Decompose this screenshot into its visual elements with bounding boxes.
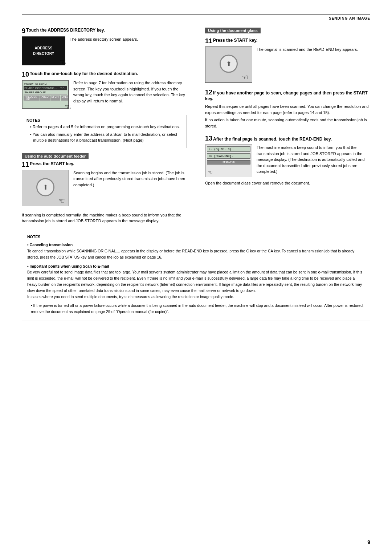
- step-12-text: Repeat this sequence until all pages hav…: [205, 104, 370, 129]
- auto-feeder-label: Using the auto document feeder: [22, 153, 89, 159]
- read-end-button[interactable]: READ-END: [207, 160, 250, 165]
- canceling-text: To cancel transmission while SCANNING OR…: [27, 249, 354, 259]
- step-10-text: Refer to page 7 for information on using…: [73, 80, 187, 104]
- header-title: SENDING AN IMAGE: [329, 16, 370, 20]
- header: SENDING AN IMAGE: [22, 15, 370, 20]
- scanner-circle-b: ⬆: [220, 55, 238, 73]
- step-12-heading: 12If you have another page to scan, chan…: [205, 89, 370, 101]
- step-12: 12If you have another page to scan, chan…: [205, 89, 370, 129]
- step-11b-image: ⬆ ☜: [205, 46, 252, 83]
- doc-glass-label: Using the document glass: [205, 28, 261, 33]
- hand-icon: ☜: [60, 57, 67, 67]
- read-end-display-line1: L. (Pg.No. 3): [207, 146, 250, 152]
- email-text-p1: Be very careful not to send image data f…: [27, 270, 362, 292]
- step-9-text: The address directory screen appears.: [70, 36, 187, 42]
- step-11b: 11 Press the START key. ⬆ ☜: [205, 38, 370, 83]
- notes-1-title: NOTES: [26, 118, 182, 122]
- hand-icon-read-end: ☜: [208, 168, 212, 176]
- left-column: 9 Touch the ADDRESS DIRECTORY key. ADDRE…: [22, 28, 191, 224]
- notes-1-item-1: ▪ Refer to pages 4 and 5 for information…: [30, 124, 182, 130]
- step-11a: 11 Press the START key. ⬆ ☜: [22, 161, 187, 206]
- page-number: 9: [367, 539, 370, 545]
- step-9: 9 Touch the ADDRESS DIRECTORY key. ADDRE…: [22, 28, 187, 65]
- lcd-display: READY TO SEND. SHARP CORPORATIO... T.F.I…: [22, 80, 69, 109]
- step-9-content: ADDRESS DIRECTORY ☜ The address director…: [22, 36, 187, 65]
- scanner-device-b: ⬆ ☜: [205, 46, 252, 83]
- step-10: 10 Touch the one-touch key for the desir…: [22, 71, 187, 109]
- step-10-title: Touch the one-touch key for the desired …: [30, 71, 138, 77]
- step-10-image: READY TO SEND. SHARP CORPORATIO... T.F.I…: [22, 80, 69, 109]
- scanner-circle: ⬆: [36, 178, 54, 196]
- section-auto-feeder: Using the auto document feeder: [22, 153, 187, 161]
- step-13-heading: 13After the final page is scanned, touch…: [205, 135, 370, 142]
- step-11b-content: ⬆ ☜ The original is scanned and the READ…: [205, 46, 370, 83]
- step-13-image: L. (Pg.No. 3) SS [READ-END]. READ-END ☜: [205, 145, 252, 177]
- step-13-note: Open the document glass cover and remove…: [205, 180, 370, 186]
- step-12-number: 12: [205, 89, 212, 96]
- right-column: Using the document glass 11 Press the ST…: [201, 28, 370, 224]
- scanner-device: ⬆ ☜: [22, 170, 69, 206]
- lcd-row-corp2: SHARP GROUP: [24, 90, 67, 95]
- power-section: • If the power is turned off or a power …: [31, 303, 365, 315]
- start-key-arrow-b: ⬆: [226, 60, 232, 68]
- main-content: 9 Touch the ADDRESS DIRECTORY key. ADDRE…: [22, 28, 370, 224]
- step-13: 13After the final page is scanned, touch…: [205, 135, 370, 186]
- bottom-notes-title: NOTES: [27, 234, 365, 240]
- email-section: • Important points when using Scan to E-…: [27, 263, 365, 300]
- start-key-arrow: ⬆: [43, 183, 48, 191]
- address-directory-device: ADDRESS DIRECTORY ☜: [22, 36, 65, 65]
- step-11a-heading: 11 Press the START key.: [22, 161, 187, 168]
- bottom-notes: NOTES • Canceling transmission To cancel…: [22, 230, 370, 321]
- step-9-image: ADDRESS DIRECTORY ☜: [22, 36, 65, 65]
- lcd-row-corp1: SHARP CORPORATIO... T.F.I.: [24, 86, 67, 90]
- notes-1-item-2: ▪ You can also manually enter the addres…: [30, 131, 182, 143]
- step-10-content: READY TO SEND. SHARP CORPORATIO... T.F.I…: [22, 80, 187, 109]
- email-text-p2: In cases where you need to send multiple…: [27, 295, 234, 299]
- email-title: • Important points when using Scan to E-…: [27, 264, 109, 268]
- step-9-title: Touch the ADDRESS DIRECTORY key.: [26, 28, 105, 33]
- step-13-content: L. (Pg.No. 3) SS [READ-END]. READ-END ☜ …: [205, 145, 370, 177]
- canceling-title: • Canceling transmission: [27, 243, 73, 247]
- step-13-number: 13: [205, 135, 212, 142]
- step-11b-title: Press the START key.: [213, 38, 257, 44]
- step-11b-text: The original is scanned and the READ-END…: [257, 46, 370, 53]
- step-11a-number: 11: [22, 161, 29, 168]
- step-11a-image: ⬆ ☜: [22, 170, 69, 206]
- read-end-device: L. (Pg.No. 3) SS [READ-END]. READ-END ☜: [205, 145, 252, 177]
- read-end-display-line2: SS [READ-END].: [207, 153, 250, 159]
- step-9-heading: 9 Touch the ADDRESS DIRECTORY key.: [22, 28, 187, 34]
- step-11b-heading: 11 Press the START key.: [205, 38, 370, 44]
- hand-icon-scanner-b: ☜: [242, 73, 248, 82]
- step-9-number: 9: [22, 28, 25, 34]
- notes-box-1: NOTES ▪ Refer to pages 4 and 5 for infor…: [22, 115, 187, 148]
- step-11a-title: Press the START key.: [30, 161, 74, 167]
- step-11a-content: ⬆ ☜ Scanning begins and the transmission…: [22, 170, 187, 206]
- hand-icon-scanner: ☜: [58, 196, 65, 205]
- step-11a-text: Scanning begins and the transmission job…: [73, 170, 187, 188]
- lcd-tabs: FREQUENT USE ABCD EFGHI JKLMN OPQR: [24, 96, 67, 101]
- step-10-heading: 10 Touch the one-touch key for the desir…: [22, 71, 187, 78]
- step-11b-number: 11: [205, 38, 212, 44]
- section-doc-glass: Using the document glass: [205, 28, 370, 36]
- step-13-text: The machine makes a beep sound to inform…: [257, 145, 370, 175]
- hand-icon-step10: ☜: [65, 102, 72, 112]
- canceling-section: • Canceling transmission To cancel trans…: [27, 242, 365, 260]
- step-11a-note: If scanning is completed normally, the m…: [22, 212, 187, 224]
- page: SENDING AN IMAGE 9 Touch the ADDRESS DIR…: [0, 0, 392, 556]
- step-10-number: 10: [22, 71, 29, 78]
